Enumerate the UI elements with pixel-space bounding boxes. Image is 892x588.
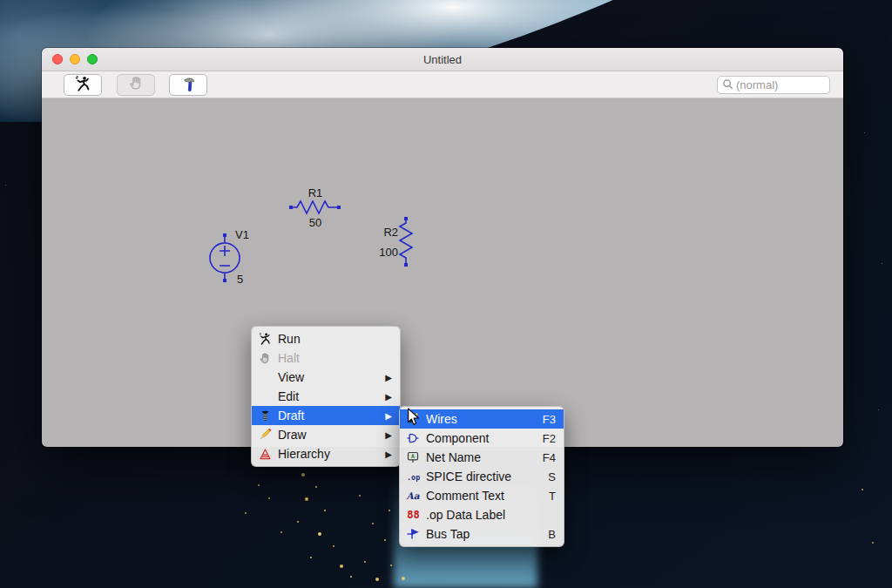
- submenu-item-comment-text[interactable]: Aa Comment Text T: [400, 486, 564, 505]
- component-ref-label[interactable]: V1: [235, 228, 249, 241]
- schematic-canvas[interactable]: V1 5 R1 50 R2 100: [42, 98, 843, 447]
- bus-tap-icon: [405, 527, 421, 542]
- component-value-label[interactable]: 50: [309, 216, 321, 229]
- context-menu: Run Halt View ▶ Edit ▶ Draft ▶: [251, 326, 401, 467]
- data-label-icon: 88: [405, 508, 421, 523]
- menu-item-draw[interactable]: Draw ▶: [252, 425, 400, 444]
- window-title: Untitled: [42, 53, 843, 66]
- screw-icon: [257, 409, 273, 423]
- svg-text:.op: .op: [407, 473, 420, 482]
- menu-item-draft[interactable]: Draft ▶: [252, 406, 400, 425]
- runner-icon: [74, 75, 91, 96]
- zoom-button[interactable]: [87, 54, 98, 64]
- menu-item-shortcut: F3: [543, 413, 556, 426]
- menu-item-label: Component: [426, 431, 489, 445]
- menu-item-label: View: [278, 370, 304, 384]
- menu-item-run[interactable]: Run: [252, 329, 400, 348]
- wallpaper-stars: [0, 0, 1, 1]
- component-ref-label[interactable]: R1: [308, 186, 323, 199]
- hand-icon: [128, 75, 145, 95]
- hierarchy-icon: [257, 447, 273, 462]
- halt-button[interactable]: [117, 74, 155, 96]
- svg-text:88: 88: [407, 509, 419, 521]
- search-icon: [722, 78, 733, 93]
- submenu-item-spice-directive[interactable]: .op SPICE directive S: [400, 467, 564, 486]
- menu-item-label: Net Name: [426, 450, 481, 464]
- menu-item-label: SPICE directive: [426, 470, 511, 483]
- search-field[interactable]: [717, 76, 830, 94]
- submenu-item-net-name[interactable]: A Net Name F4: [400, 448, 564, 467]
- hammer-icon: [179, 75, 197, 96]
- submenu-item-op-data-label[interactable]: 88 .op Data Label: [400, 505, 564, 524]
- menu-item-shortcut: F4: [543, 451, 556, 464]
- menu-item-shortcut: T: [549, 490, 556, 503]
- menu-item-label: Hierarchy: [278, 447, 330, 461]
- run-button[interactable]: [64, 74, 102, 96]
- submenu-arrow-icon: ▶: [385, 392, 392, 402]
- component-value-label[interactable]: 5: [237, 273, 243, 286]
- draft-submenu: Wires F3 Component F2 A Net Name F4: [399, 406, 564, 547]
- netlist-button[interactable]: [169, 74, 207, 96]
- menu-item-edit[interactable]: Edit ▶: [252, 387, 400, 406]
- svg-text:A: A: [411, 453, 415, 460]
- mouse-cursor: [407, 408, 420, 429]
- runner-icon: [257, 332, 273, 347]
- submenu-arrow-icon: ▶: [385, 449, 392, 459]
- submenu-arrow-icon: ▶: [385, 411, 392, 421]
- svg-text:Aa: Aa: [406, 490, 420, 501]
- close-button[interactable]: [52, 54, 63, 64]
- menu-item-label: Draft: [278, 409, 304, 422]
- submenu-item-bus-tap[interactable]: Bus Tap B: [400, 524, 564, 544]
- menu-item-label: Bus Tap: [426, 527, 470, 541]
- menu-item-shortcut: S: [548, 470, 556, 483]
- menu-item-view[interactable]: View ▶: [252, 368, 400, 387]
- component-value-label[interactable]: 100: [379, 246, 398, 259]
- menu-item-label: Halt: [278, 351, 300, 365]
- component-ref-label[interactable]: R2: [383, 226, 398, 239]
- submenu-arrow-icon: ▶: [385, 430, 392, 440]
- menu-item-halt[interactable]: Halt: [252, 348, 400, 368]
- menu-item-label: Run: [278, 332, 301, 346]
- submenu-item-wires[interactable]: Wires F3: [400, 409, 564, 429]
- menu-item-hierarchy[interactable]: Hierarchy ▶: [252, 444, 400, 463]
- titlebar[interactable]: Untitled: [42, 48, 843, 71]
- menu-item-label: Comment Text: [426, 489, 504, 503]
- search-input[interactable]: [736, 78, 825, 91]
- menu-item-shortcut: B: [548, 528, 556, 541]
- pencil-icon: [257, 428, 273, 443]
- menu-item-label: .op Data Label: [426, 508, 505, 522]
- menu-item-label: Wires: [426, 412, 457, 426]
- menu-item-label: Draw: [278, 428, 307, 442]
- component-resistor-r2[interactable]: [400, 217, 412, 267]
- app-window: Untitled: [42, 48, 843, 447]
- submenu-item-component[interactable]: Component F2: [400, 429, 564, 448]
- menu-item-shortcut: F2: [543, 432, 556, 445]
- minimize-button[interactable]: [70, 54, 80, 64]
- window-controls: [52, 54, 98, 64]
- hand-icon: [257, 351, 273, 366]
- toolbar: [42, 71, 843, 98]
- comment-text-icon: Aa: [405, 489, 421, 504]
- submenu-arrow-icon: ▶: [385, 373, 392, 382]
- menu-item-label: Edit: [278, 389, 299, 403]
- component-resistor-r1[interactable]: [289, 201, 341, 213]
- spice-directive-icon: .op: [405, 470, 421, 484]
- component-icon: [405, 431, 421, 446]
- net-name-icon: A: [405, 450, 421, 465]
